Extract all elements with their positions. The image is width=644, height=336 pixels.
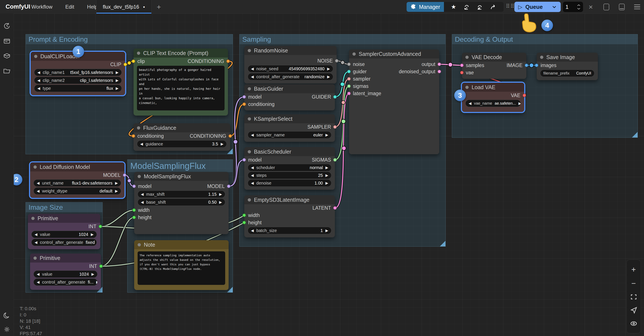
increment-icon[interactable]: ▶: [327, 67, 330, 71]
increment-icon[interactable]: ▶: [116, 78, 118, 83]
vacuum-clean-icon[interactable]: [463, 4, 470, 10]
output-port-int[interactable]: [99, 264, 103, 268]
output-port-int[interactable]: [98, 225, 102, 228]
queue-options-chevron-icon[interactable]: [552, 4, 557, 10]
node-primitive-width[interactable]: Primitive INT ◀value1024▶ ◀control_after…: [28, 214, 100, 249]
node-header[interactable]: VAE Decode: [462, 53, 526, 62]
input-port-conditioning[interactable]: [242, 103, 246, 106]
group-resize-handle[interactable]: [440, 241, 446, 246]
node-header[interactable]: Save Image: [537, 53, 598, 62]
interrupt-close-button[interactable]: ×: [587, 3, 595, 11]
decrement-icon[interactable]: ◀: [37, 70, 40, 75]
node-dualcliploader[interactable]: DualCLIPLoader CLIP ◀clip_name1t5xxl_fp1…: [31, 52, 125, 95]
node-header[interactable]: Primitive: [28, 214, 100, 223]
node-fluxguidance[interactable]: FluxGuidance conditioningCONDITIONING ◀g…: [134, 123, 230, 151]
increment-icon[interactable]: ▶: [326, 173, 328, 178]
group-header[interactable]: Decoding & Output: [452, 34, 638, 44]
pan-mode-button[interactable]: [630, 306, 637, 314]
increment-icon[interactable]: ▶: [327, 75, 330, 79]
output-port-output[interactable]: [438, 63, 441, 66]
increment-icon[interactable]: ▶: [326, 165, 328, 170]
node-header[interactable]: Load Diffusion Model: [30, 162, 124, 171]
queue-button[interactable]: ▷ Queue: [514, 2, 561, 12]
node-load-diffusion-model[interactable]: Load Diffusion Model MODEL ◀unet_nameflu…: [30, 162, 124, 198]
node-header[interactable]: RandomNoise: [244, 46, 336, 55]
output-port-sigmas[interactable]: [333, 158, 337, 162]
collapse-dot-icon[interactable]: [248, 49, 251, 52]
output-port-guider[interactable]: [333, 95, 337, 99]
widget-value[interactable]: ◀value1024▶: [31, 231, 97, 238]
node-emptysd3latentimage[interactable]: EmptySD3LatentImage LATENT width height …: [244, 195, 335, 237]
input-port-clip[interactable]: [132, 60, 135, 63]
increment-icon[interactable]: ▶: [326, 228, 328, 233]
toggle-link-visibility-button[interactable]: [630, 320, 637, 327]
increment-icon[interactable]: ▶: [115, 189, 118, 193]
decrement-icon[interactable]: ◀: [251, 181, 254, 185]
node-randomnoise[interactable]: RandomNoise NOISE ◀noise_seed45490569935…: [244, 46, 336, 84]
decrement-icon[interactable]: ◀: [34, 232, 37, 237]
decrement-icon[interactable]: ◀: [37, 181, 40, 185]
increment-icon[interactable]: ▶: [219, 192, 222, 197]
collapse-dot-icon[interactable]: [540, 56, 543, 59]
node-modelsamplingflux[interactable]: ModelSamplingFlux modelMODEL ◀max_shift1…: [134, 172, 228, 234]
vacuum-clean-alt-icon[interactable]: [476, 4, 483, 10]
widget-unet_name[interactable]: ◀unet_nameflux1-dev.safetensors▶: [34, 179, 121, 187]
group-header[interactable]: Image Size: [26, 202, 102, 212]
input-port-height[interactable]: [132, 216, 136, 219]
group-resize-handle[interactable]: [632, 132, 638, 138]
increment-icon[interactable]: ▶: [115, 181, 118, 185]
node-header[interactable]: ModelSamplingFlux: [134, 172, 228, 181]
collapse-dot-icon[interactable]: [138, 175, 141, 178]
widget-sampler_name[interactable]: ◀sampler_nameeuler▶: [248, 131, 332, 139]
input-port-sigmas[interactable]: [347, 84, 351, 88]
node-vae-decode[interactable]: VAE Decode samplesIMAGE vae: [462, 53, 526, 79]
decrement-icon[interactable]: ◀: [251, 67, 254, 71]
fit-view-button[interactable]: [630, 293, 637, 300]
input-port-sampler[interactable]: [347, 77, 351, 81]
step-down-icon[interactable]: [577, 8, 580, 10]
collapse-dot-icon[interactable]: [31, 217, 34, 220]
collapse-dot-icon[interactable]: [466, 86, 468, 89]
window-panel-button[interactable]: [602, 3, 610, 11]
menu-edit[interactable]: Edit: [65, 4, 74, 10]
workflow-tab[interactable]: flux_dev_t5fp16 ●: [96, 0, 152, 14]
node-note[interactable]: Note The reference sampling implementati…: [134, 240, 228, 290]
sidebar-queue-history-button[interactable]: [3, 22, 11, 30]
node-basicscheduler[interactable]: BasicScheduler modelSIGMAS ◀schedulernor…: [244, 147, 335, 190]
collapse-dot-icon[interactable]: [248, 117, 251, 121]
node-ksamplerselect[interactable]: KSamplerSelect SAMPLER ◀sampler_nameeule…: [244, 114, 335, 142]
output-port-model[interactable]: [123, 173, 126, 177]
batch-count-input[interactable]: 1: [563, 2, 583, 12]
decrement-icon[interactable]: ◀: [37, 86, 40, 91]
decrement-icon[interactable]: ◀: [37, 78, 40, 83]
increment-icon[interactable]: ▶: [96, 280, 98, 284]
note-textarea[interactable]: The reference sampling implementation au…: [138, 251, 225, 285]
collapse-dot-icon[interactable]: [137, 52, 140, 55]
decrement-icon[interactable]: ◀: [140, 142, 143, 146]
node-header[interactable]: CLIP Text Encode (Prompt): [134, 49, 228, 58]
widget-control_after_generate[interactable]: ◀control_after_generatefi...▶: [34, 278, 98, 286]
decrement-icon[interactable]: ◀: [37, 272, 40, 276]
increment-icon[interactable]: ▶: [91, 232, 94, 237]
decrement-icon[interactable]: ◀: [141, 192, 144, 197]
share-arrow-icon[interactable]: [490, 4, 496, 10]
collapse-dot-icon[interactable]: [34, 55, 37, 58]
node-header[interactable]: BasicScheduler: [244, 147, 335, 156]
decrement-icon[interactable]: ◀: [34, 240, 37, 245]
increment-icon[interactable]: ▶: [92, 272, 94, 276]
input-port-vae[interactable]: [460, 71, 464, 75]
collapse-dot-icon[interactable]: [138, 243, 141, 246]
input-port-width[interactable]: [242, 214, 246, 217]
increment-icon[interactable]: ▶: [326, 181, 328, 185]
output-port-conditioning[interactable]: [228, 134, 232, 138]
output-port-image[interactable]: [525, 64, 528, 67]
node-header[interactable]: Primitive: [30, 253, 101, 262]
widget-noise_seed[interactable]: ◀noise_seed454905699352480▶: [248, 65, 333, 72]
output-port-model[interactable]: [227, 185, 230, 188]
input-port-latent-image[interactable]: [347, 92, 351, 95]
input-port-samples[interactable]: [460, 64, 464, 67]
widget-control_after_generate[interactable]: ◀control_after_generatefixed▶: [31, 239, 97, 246]
input-port-model[interactable]: [242, 95, 246, 99]
output-port-clip[interactable]: [124, 63, 127, 66]
prompt-textarea[interactable]: beautiful photography of a gonger haired…: [137, 66, 224, 110]
